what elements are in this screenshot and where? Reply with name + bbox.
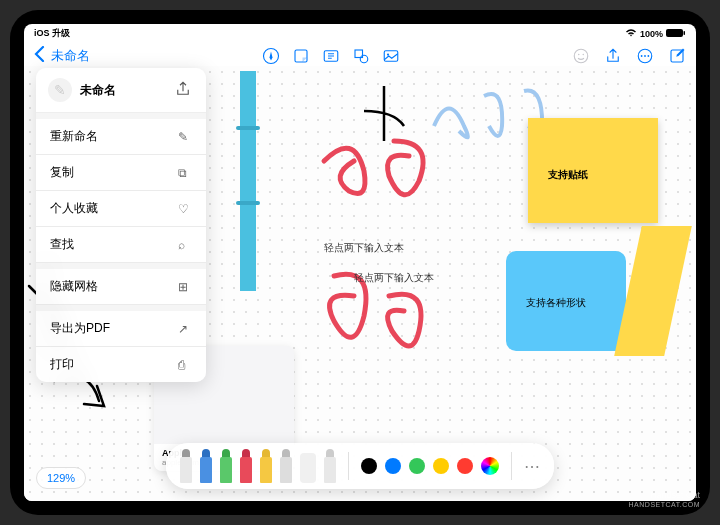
menu-item-favorite[interactable]: 个人收藏♡ [36, 191, 206, 227]
menu-header: ✎ 未命名 [36, 68, 206, 113]
wifi-icon [625, 28, 637, 40]
pen-tool-button[interactable] [262, 47, 280, 65]
pen-tool-2[interactable] [200, 449, 212, 483]
compose-button[interactable] [668, 47, 686, 65]
svg-point-11 [583, 54, 585, 56]
pen-tool-1[interactable] [180, 449, 192, 483]
shape-rectangle[interactable]: 支持各种形状 [506, 251, 626, 351]
export-icon: ↗ [178, 322, 192, 336]
menu-item-print[interactable]: 打印⎙ [36, 347, 206, 382]
menu-item-export-pdf[interactable]: 导出为PDF↗ [36, 311, 206, 347]
color-yellow[interactable] [433, 458, 449, 474]
watermark: Handset Cat HANDSETCAT.COM [629, 491, 700, 509]
text-button[interactable] [322, 47, 340, 65]
svg-point-8 [387, 53, 389, 55]
copy-icon: ⧉ [178, 166, 192, 180]
text-placeholder-1[interactable]: 轻点两下输入文本 [324, 241, 404, 255]
sticky-note-text: 支持贴纸 [548, 168, 588, 182]
shape-text: 支持各种形状 [526, 296, 586, 310]
text-placeholder-2[interactable]: 轻点两下输入文本 [354, 271, 434, 285]
eraser-tool[interactable] [300, 449, 316, 483]
toolbar-center [96, 47, 566, 65]
sticky-note-button[interactable] [292, 47, 310, 65]
pencil-icon: ✎ [178, 130, 192, 144]
emoji-button[interactable] [572, 47, 590, 65]
heart-icon: ♡ [178, 202, 192, 216]
svg-rect-3 [295, 50, 307, 62]
color-green[interactable] [409, 458, 425, 474]
bamboo-drawing [240, 71, 256, 291]
menu-item-duplicate[interactable]: 复制⧉ [36, 155, 206, 191]
search-icon: ⌕ [178, 238, 192, 252]
black-stroke-1 [354, 81, 414, 151]
print-icon: ⎙ [178, 358, 192, 372]
menu-item-rename[interactable]: 重新命名✎ [36, 119, 206, 155]
menu-item-find[interactable]: 查找⌕ [36, 227, 206, 263]
menu-share-icon[interactable] [174, 80, 194, 100]
ipad-device-frame: iOS 升级 100% 未命名 [10, 10, 710, 515]
tray-more-icon[interactable]: ⋯ [524, 457, 540, 476]
grid-icon: ⊞ [178, 280, 192, 294]
svg-rect-1 [684, 31, 686, 35]
zoom-level-button[interactable]: 129% [36, 467, 86, 489]
sticky-note[interactable]: 支持贴纸 [528, 118, 658, 223]
screen: iOS 升级 100% 未命名 [24, 24, 696, 501]
color-black[interactable] [361, 458, 377, 474]
color-picker-button[interactable] [481, 457, 499, 475]
media-button[interactable] [382, 47, 400, 65]
svg-point-10 [578, 54, 580, 56]
svg-point-13 [641, 55, 643, 57]
battery-icon [666, 28, 686, 40]
pen-tool-5[interactable] [260, 449, 272, 483]
pen-tool-4[interactable] [240, 449, 252, 483]
board-thumbnail-icon: ✎ [48, 78, 72, 102]
pen-tool-3[interactable] [220, 449, 232, 483]
svg-point-15 [647, 55, 649, 57]
battery-text: 100% [640, 29, 663, 39]
svg-point-9 [574, 49, 588, 63]
menu-item-hide-grid[interactable]: 隐藏网格⊞ [36, 269, 206, 305]
color-blue[interactable] [385, 458, 401, 474]
status-bar: iOS 升级 100% [24, 24, 696, 43]
svg-point-14 [644, 55, 646, 57]
shape-button[interactable] [352, 47, 370, 65]
more-button[interactable] [636, 47, 654, 65]
svg-point-6 [360, 55, 368, 63]
svg-rect-0 [666, 29, 683, 37]
document-title[interactable]: 未命名 [51, 47, 90, 65]
pen-tool-6[interactable] [280, 449, 292, 483]
status-left-text: iOS 升级 [34, 27, 70, 40]
context-menu: ✎ 未命名 重新命名✎ 复制⧉ 个人收藏♡ 查找⌕ 隐藏网格⊞ 导出为PDF↗ … [36, 68, 206, 382]
tray-divider-2 [511, 452, 512, 480]
color-red[interactable] [457, 458, 473, 474]
toolbar-right [572, 47, 686, 65]
share-button[interactable] [604, 47, 622, 65]
pencil-tool-tray: ⋯ [166, 443, 554, 489]
ruler-tool[interactable] [324, 449, 336, 483]
red-scribble [304, 121, 464, 241]
tray-divider [348, 452, 349, 480]
status-right: 100% [625, 28, 686, 40]
svg-rect-7 [384, 51, 398, 62]
menu-title: 未命名 [80, 82, 166, 99]
back-button[interactable] [34, 46, 45, 66]
